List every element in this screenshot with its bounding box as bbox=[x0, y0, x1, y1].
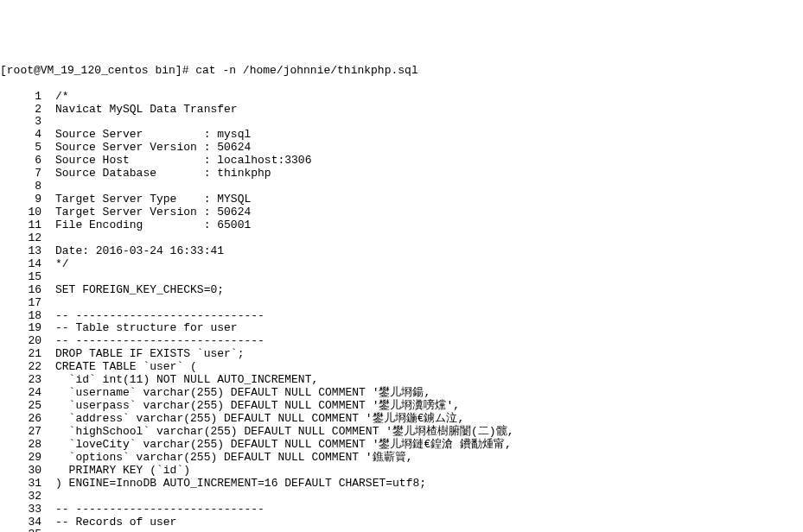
file-line: 23 `id` int(11) NOT NULL AUTO_INCREMENT, bbox=[0, 374, 803, 387]
line-number: 5 bbox=[0, 142, 55, 155]
file-line: 21DROP TABLE IF EXISTS `user`; bbox=[0, 348, 803, 361]
line-text: CREATE TABLE `user` ( bbox=[55, 360, 197, 373]
line-text: ) ENGINE=InnoDB AUTO_INCREMENT=16 DEFAUL… bbox=[55, 477, 426, 490]
line-number: 10 bbox=[0, 206, 55, 219]
file-line: 12 bbox=[0, 232, 803, 245]
line-number: 6 bbox=[0, 155, 55, 168]
line-text: Target Server Type : MYSQL bbox=[55, 193, 251, 206]
line-text: File Encoding : 65001 bbox=[55, 218, 251, 231]
file-line: 33-- ---------------------------- bbox=[0, 504, 803, 516]
file-line: 11File Encoding : 65001 bbox=[0, 219, 803, 232]
line-text: -- Records of user bbox=[55, 516, 176, 529]
file-line: 27 `highSchool` varchar(255) DEFAULT NUL… bbox=[0, 426, 803, 439]
line-number: 12 bbox=[0, 232, 55, 245]
line-text: SET FOREIGN_KEY_CHECKS=0; bbox=[55, 283, 224, 296]
line-text: Source Server : mysql bbox=[55, 128, 251, 141]
line-number: 7 bbox=[0, 168, 55, 180]
line-number: 29 bbox=[0, 452, 55, 465]
file-line: 3 bbox=[0, 116, 803, 129]
line-text: Source Host : localhost:3306 bbox=[55, 154, 311, 167]
file-line: 2Navicat MySQL Data Transfer bbox=[0, 104, 803, 117]
line-number: 9 bbox=[0, 193, 55, 206]
file-line: 30 PRIMARY KEY (`id`) bbox=[0, 465, 803, 478]
line-text: `userpass` varchar(255) DEFAULT NULL COM… bbox=[55, 399, 460, 412]
line-number: 33 bbox=[0, 504, 55, 516]
file-line: 31) ENGINE=InnoDB AUTO_INCREMENT=16 DEFA… bbox=[0, 478, 803, 491]
line-number: 31 bbox=[0, 478, 55, 491]
file-line: 15 bbox=[0, 271, 803, 284]
line-number: 3 bbox=[0, 116, 55, 129]
line-text: PRIMARY KEY (`id`) bbox=[55, 464, 190, 477]
file-line: 17 bbox=[0, 297, 803, 310]
file-line: 13Date: 2016-03-24 16:33:41 bbox=[0, 245, 803, 258]
line-text: `loveCity` varchar(255) DEFAULT NULL COM… bbox=[55, 438, 512, 451]
file-line: 35-- ---------------------------- bbox=[0, 529, 803, 532]
line-text: DROP TABLE IF EXISTS `user`; bbox=[55, 347, 244, 360]
line-number: 34 bbox=[0, 516, 55, 529]
line-text: /* bbox=[55, 90, 69, 103]
line-number: 19 bbox=[0, 322, 55, 335]
file-line: 32 bbox=[0, 491, 803, 504]
file-line: 16SET FOREIGN_KEY_CHECKS=0; bbox=[0, 284, 803, 297]
line-number: 22 bbox=[0, 361, 55, 374]
file-line: 28 `loveCity` varchar(255) DEFAULT NULL … bbox=[0, 439, 803, 452]
line-text: -- ---------------------------- bbox=[55, 503, 264, 516]
file-line: 18-- ---------------------------- bbox=[0, 310, 803, 323]
line-text: -- ---------------------------- bbox=[55, 334, 264, 347]
line-number: 17 bbox=[0, 297, 55, 310]
file-line: 8 bbox=[0, 180, 803, 193]
file-line: 7Source Database : thinkphp bbox=[0, 168, 803, 180]
line-number: 18 bbox=[0, 310, 55, 323]
file-line: 24 `username` varchar(255) DEFAULT NULL … bbox=[0, 387, 803, 400]
line-text: `highSchool` varchar(255) DEFAULT NULL C… bbox=[55, 425, 513, 438]
line-text: Source Database : thinkphp bbox=[55, 167, 271, 180]
line-number: 20 bbox=[0, 335, 55, 348]
file-line: 1/* bbox=[0, 91, 803, 104]
line-number: 27 bbox=[0, 426, 55, 439]
line-number: 30 bbox=[0, 465, 55, 478]
line-number: 4 bbox=[0, 129, 55, 142]
line-number: 25 bbox=[0, 400, 55, 413]
file-line: 9Target Server Type : MYSQL bbox=[0, 193, 803, 206]
terminal-output: [root@VM_19_120_centos bin]# cat -n /hom… bbox=[0, 52, 803, 532]
line-number: 24 bbox=[0, 387, 55, 400]
line-text: Target Server Version : 50624 bbox=[55, 206, 251, 218]
line-text: Source Server Version : 50624 bbox=[55, 141, 251, 154]
line-text: -- Table structure for user bbox=[55, 321, 238, 334]
line-text: Date: 2016-03-24 16:33:41 bbox=[55, 244, 224, 257]
file-content: 1/*2Navicat MySQL Data Transfer34Source … bbox=[0, 91, 803, 532]
line-number: 14 bbox=[0, 258, 55, 271]
line-number: 11 bbox=[0, 219, 55, 232]
prompt-line: [root@VM_19_120_centos bin]# cat -n /hom… bbox=[0, 65, 803, 78]
file-line: 4Source Server : mysql bbox=[0, 129, 803, 142]
line-number: 32 bbox=[0, 491, 55, 504]
file-line: 26 `address` varchar(255) DEFAULT NULL C… bbox=[0, 413, 803, 426]
line-text: `options` varchar(255) DEFAULT NULL COMM… bbox=[55, 451, 412, 464]
file-line: 10Target Server Version : 50624 bbox=[0, 206, 803, 219]
line-text: -- ---------------------------- bbox=[55, 309, 264, 322]
file-line: 5Source Server Version : 50624 bbox=[0, 142, 803, 155]
line-text: -- ---------------------------- bbox=[55, 528, 264, 532]
line-number: 1 bbox=[0, 91, 55, 104]
file-line: 19-- Table structure for user bbox=[0, 322, 803, 335]
line-number: 2 bbox=[0, 104, 55, 117]
line-number: 35 bbox=[0, 529, 55, 532]
shell-prompt: [root@VM_19_120_centos bin]# cat -n /hom… bbox=[0, 64, 418, 77]
line-number: 26 bbox=[0, 413, 55, 426]
line-number: 16 bbox=[0, 284, 55, 297]
file-line: 34-- Records of user bbox=[0, 516, 803, 529]
file-line: 22CREATE TABLE `user` ( bbox=[0, 361, 803, 374]
line-number: 15 bbox=[0, 271, 55, 284]
file-line: 25 `userpass` varchar(255) DEFAULT NULL … bbox=[0, 400, 803, 413]
line-number: 21 bbox=[0, 348, 55, 361]
line-number: 28 bbox=[0, 439, 55, 452]
file-line: 29 `options` varchar(255) DEFAULT NULL C… bbox=[0, 452, 803, 465]
line-text: */ bbox=[55, 257, 69, 270]
line-number: 13 bbox=[0, 245, 55, 258]
line-text: `address` varchar(255) DEFAULT NULL COMM… bbox=[55, 412, 464, 425]
line-text: `username` varchar(255) DEFAULT NULL COM… bbox=[55, 386, 430, 399]
line-text: Navicat MySQL Data Transfer bbox=[55, 103, 238, 116]
file-line: 20-- ---------------------------- bbox=[0, 335, 803, 348]
line-number: 23 bbox=[0, 374, 55, 387]
file-line: 6Source Host : localhost:3306 bbox=[0, 155, 803, 168]
